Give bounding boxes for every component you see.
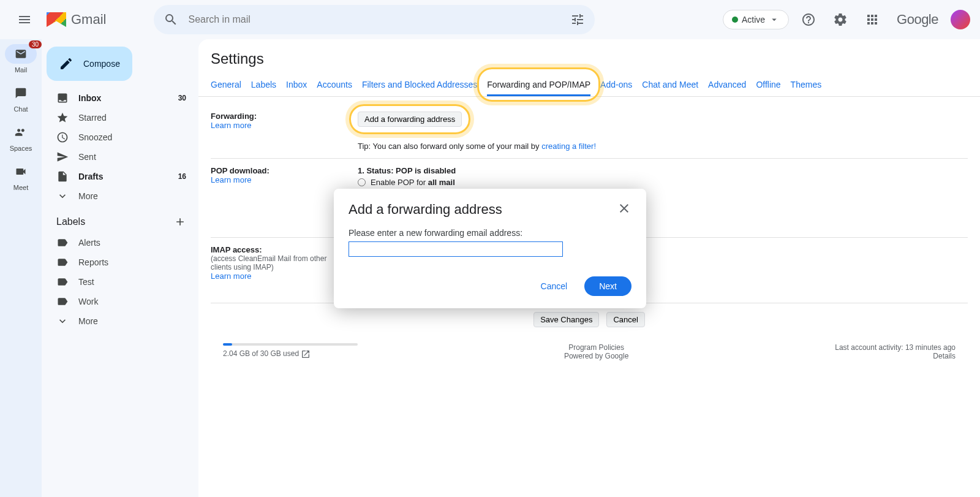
- add-forwarding-modal: Add a forwarding address Please enter a …: [334, 189, 646, 308]
- modal-title: Add a forwarding address: [349, 202, 502, 218]
- modal-next-button[interactable]: Next: [584, 276, 631, 296]
- modal-cancel-button[interactable]: Cancel: [531, 276, 578, 296]
- modal-close-button[interactable]: [617, 201, 631, 218]
- modal-overlay: Add a forwarding address Please enter a …: [0, 0, 980, 497]
- forwarding-email-input[interactable]: [349, 241, 563, 257]
